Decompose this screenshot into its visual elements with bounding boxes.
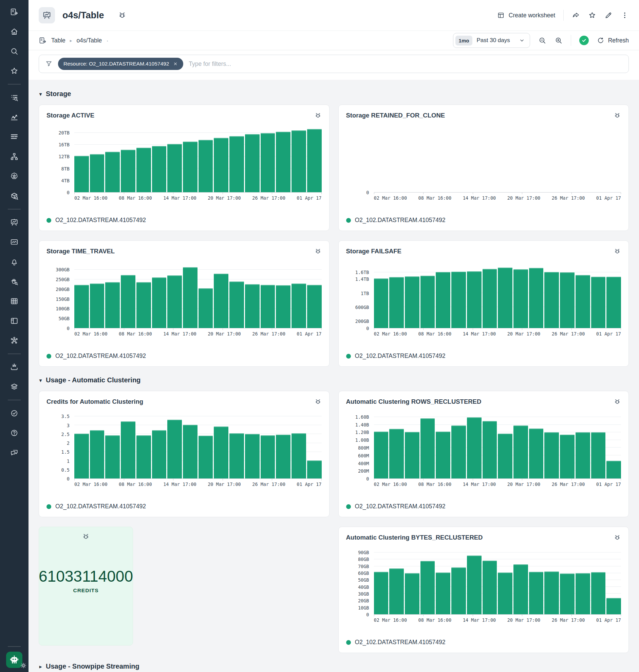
divider [571,35,571,46]
section-header-snowpipe[interactable]: ▸ Usage - Snowpipe Streaming [40,662,629,670]
search-icon[interactable] [10,47,19,56]
chart-legend[interactable]: O2_102.DATASTREAM.41057492 [46,499,322,510]
chart-title: Storage FAILSAFE [346,247,402,255]
favorite-star-icon[interactable] [588,11,596,19]
log-explorer-icon[interactable] [10,93,19,102]
bar-chart-rows-reclustered: 1.60B1.40B1.20B1.00B800M600M400M200M002 … [346,414,621,488]
sidebar-divider [8,84,21,85]
chart-title: Credits for Automatic Clustering [46,398,143,406]
chart-legend[interactable]: O2_102.DATASTREAM.41057492 [346,213,621,224]
settings-gear-icon[interactable] [20,662,27,669]
edit-pencil-icon[interactable] [604,11,612,19]
filter-chip-label: Resource: O2_102.DATASTREAM.41057492 [63,61,169,67]
tables-grid-icon[interactable] [10,297,19,306]
legend-dot [346,354,351,358]
dashboards-icon[interactable] [10,218,19,227]
chart-legend[interactable]: O2_102.DATASTREAM.41057492 [346,348,621,360]
page-title: o4s/Table [62,10,104,21]
section-collapsed-icon: ▸ [40,664,42,669]
create-worksheet-button[interactable]: Create worksheet [497,12,555,19]
time-range-picker[interactable]: 1mo Past 30 days [453,33,530,48]
bug-icon[interactable] [613,398,621,406]
legend-label: O2_102.DATASTREAM.41057492 [55,503,146,510]
chart-card-storage-active: Storage ACTIVE 20TB16TB12TB8TB4TB002 Mar… [39,105,329,231]
sidebar-bottom [6,646,22,668]
chevron-down-icon [519,37,525,44]
chip-close-icon[interactable] [173,61,178,66]
app-logo-icon[interactable] [10,7,19,16]
refresh-button[interactable]: Refresh [597,37,629,44]
divider [563,10,564,21]
credits-total-label: CREDITS [73,587,98,594]
section-title: Storage [46,90,71,98]
legend-label: O2_102.DATASTREAM.41057492 [55,352,146,360]
refresh-label: Refresh [608,37,629,44]
legend-dot [346,504,351,509]
investigate-icon[interactable] [10,277,19,286]
bug-icon[interactable] [314,112,322,119]
zoom-in-icon[interactable] [555,36,563,45]
filter-input[interactable]: Resource: O2_102.DATASTREAM.41057492 Typ… [39,55,629,73]
log-streams-icon[interactable] [10,133,19,141]
ingest-icon[interactable] [10,363,19,371]
chart-card-storage-failsafe: Storage FAILSAFE 1.6TB1.4TB1TB600GB200GB… [338,240,629,367]
app-window: o4s/Table Create worksheet Table ▸ o4s/ [0,0,639,672]
legend-label: O2_102.DATASTREAM.41057492 [355,217,446,224]
breadcrumb-current[interactable]: o4s/Table [76,37,102,44]
datasets-icon[interactable] [10,382,19,391]
metrics-explorer-icon[interactable] [10,113,19,122]
chart-card-storage-time-travel: Storage TIME_TRAVEL 300GB250GB200GB150GB… [39,240,329,367]
credits-total-card: 61033114000 CREDITS [39,527,133,645]
chart-legend[interactable]: O2_102.DATASTREAM.41057492 [346,499,621,510]
share-icon[interactable] [572,11,580,19]
bug-icon[interactable] [314,398,322,406]
help-icon[interactable] [10,429,19,437]
clustering-row-2: 61033114000 CREDITS Automatic Clustering… [39,527,629,653]
home-icon[interactable] [10,27,19,36]
bar-chart-storage-failsafe: 1.6TB1.4TB1TB600GB200GB002 Mar 16:0008 M… [346,264,621,337]
top-bar: o4s/Table Create worksheet [29,0,639,31]
alerts-bell-icon[interactable] [10,257,19,266]
legend-dot [46,504,51,509]
status-check-icon[interactable] [579,36,589,45]
favorites-star-icon[interactable] [10,66,19,75]
object-explorer-icon[interactable] [10,192,19,200]
integrations-icon[interactable] [10,336,19,345]
funnel-icon [45,60,52,67]
chart-title: Storage ACTIVE [46,112,94,119]
monitors-icon[interactable] [10,238,19,246]
chart-title: Storage RETAINED_FOR_CLONE [346,112,445,119]
bug-icon[interactable] [613,247,621,255]
filter-chip[interactable]: Resource: O2_102.DATASTREAM.41057492 [58,58,183,70]
chart-legend[interactable]: O2_102.DATASTREAM.41057492 [46,348,322,360]
section-header-auto-clustering[interactable]: ▾ Usage - Automatic Clustering [40,376,629,384]
resource-flow-icon[interactable] [10,152,19,161]
clustering-row-1: Credits for Automatic Clustering 3.532.5… [39,391,629,517]
section-expanded-icon: ▾ [40,378,42,383]
section-header-storage[interactable]: ▾ Storage [40,90,629,98]
chart-legend[interactable]: O2_102.DATASTREAM.41057492 [346,635,621,646]
bug-icon[interactable] [613,112,621,119]
legend-label: O2_102.DATASTREAM.41057492 [355,639,446,646]
checks-icon[interactable] [10,409,19,418]
zoom-out-icon[interactable] [538,36,546,45]
bug-icon[interactable] [314,247,322,255]
sidebar-divider [8,209,21,210]
breadcrumb-root[interactable]: Table [51,37,65,44]
bug-icon[interactable] [613,534,621,541]
range-label: Past 30 days [477,37,510,44]
kubernetes-icon[interactable] [10,172,19,181]
kebab-menu-icon[interactable] [621,11,629,19]
chart-card-credits-clustering: Credits for Automatic Clustering 3.532.5… [39,391,329,517]
refresh-icon [597,37,604,44]
layouts-icon[interactable] [10,317,19,325]
legend-label: O2_102.DATASTREAM.41057492 [355,503,446,510]
breadcrumb-row: Table ▸ o4s/Table · 1mo Past 30 days Ref… [29,31,639,50]
chart-legend[interactable]: O2_102.DATASTREAM.41057492 [46,213,322,224]
feedback-icon[interactable] [10,448,19,457]
bug-icon[interactable] [82,532,90,540]
storage-row-2: Storage TIME_TRAVEL 300GB250GB200GB150GB… [39,240,629,367]
sidebar-divider [8,646,21,647]
bug-icon[interactable] [118,11,127,20]
breadcrumb: Table ▸ o4s/Table · [39,36,109,45]
